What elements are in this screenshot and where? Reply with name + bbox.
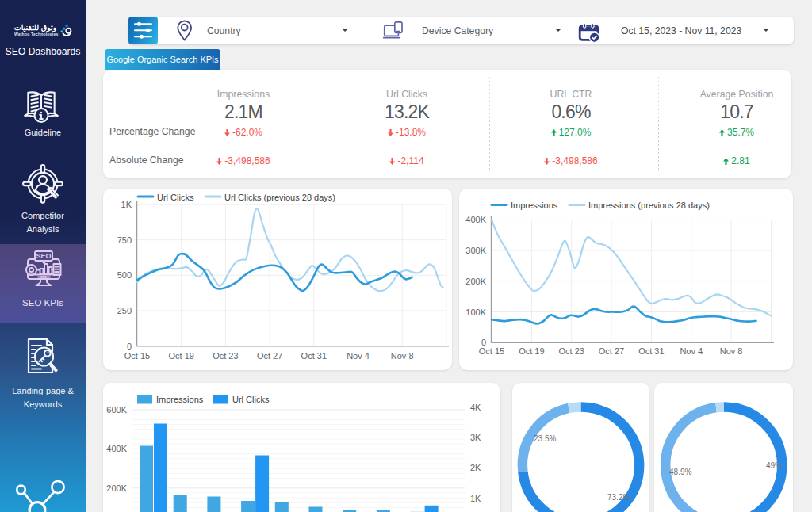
svg-text:2K: 2K	[470, 463, 481, 472]
svg-text:Url Clicks (previous 28 days): Url Clicks (previous 28 days)	[224, 193, 335, 202]
svg-text:Nov 8: Nov 8	[391, 351, 414, 361]
svg-text:Impressions (previous 28 days): Impressions (previous 28 days)	[588, 201, 710, 210]
svg-text:Nov 8: Nov 8	[720, 346, 743, 356]
svg-text:49%: 49%	[766, 461, 782, 470]
svg-text:500: 500	[117, 270, 132, 280]
svg-text:SEO: SEO	[36, 252, 51, 260]
svg-text:0: 0	[127, 342, 132, 351]
svg-text:73.2%: 73.2%	[607, 493, 630, 502]
svg-text:4K: 4K	[470, 403, 481, 412]
svg-text:400K: 400K	[106, 444, 127, 453]
svg-text:3K: 3K	[470, 433, 481, 442]
svg-text:Oct 27: Oct 27	[599, 346, 624, 356]
svg-text:300K: 300K	[465, 246, 486, 255]
svg-text:100K: 100K	[465, 308, 486, 317]
svg-text:750: 750	[117, 235, 132, 245]
svg-text:200K: 200K	[106, 483, 127, 493]
svg-text:Oct 19: Oct 19	[168, 351, 193, 361]
svg-text:200K: 200K	[465, 277, 486, 286]
svg-text:Oct 31: Oct 31	[638, 346, 664, 356]
svg-text:250: 250	[117, 306, 132, 315]
svg-text:1K: 1K	[121, 200, 132, 209]
svg-text:Impressions: Impressions	[511, 201, 558, 210]
svg-text:Url Clicks: Url Clicks	[232, 395, 270, 404]
svg-text:1K: 1K	[470, 494, 481, 503]
svg-text:48.9%: 48.9%	[669, 468, 691, 476]
svg-text:Oct 15: Oct 15	[479, 346, 504, 356]
svg-text:Oct 23: Oct 23	[558, 346, 584, 356]
svg-text:Oct 15: Oct 15	[124, 351, 150, 361]
svg-text:Oct 27: Oct 27	[257, 351, 282, 361]
svg-text:Nov 4: Nov 4	[680, 346, 703, 356]
svg-text:Oct 23: Oct 23	[213, 351, 238, 361]
svg-text:Nov 4: Nov 4	[347, 351, 370, 361]
svg-text:600K: 600K	[106, 405, 127, 415]
svg-text:Impressions: Impressions	[156, 395, 204, 404]
svg-text:Oct 31: Oct 31	[301, 351, 327, 361]
svg-text:23.5%: 23.5%	[534, 434, 556, 443]
svg-text:Url Clicks: Url Clicks	[157, 193, 194, 202]
svg-text:400K: 400K	[465, 215, 486, 224]
svg-text:Oct 19: Oct 19	[519, 346, 544, 356]
